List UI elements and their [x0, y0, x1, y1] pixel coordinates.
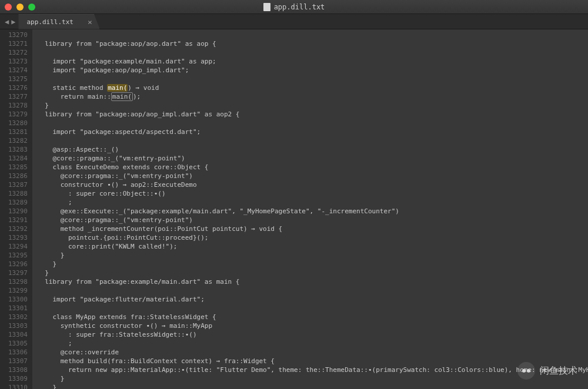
code-line[interactable]	[37, 304, 588, 313]
line-number: 13310	[0, 383, 28, 389]
line-number: 13309	[0, 374, 28, 383]
code-line[interactable]: }	[37, 383, 588, 389]
line-number: 13294	[0, 242, 28, 251]
line-number: 13281	[0, 128, 28, 136]
code-line[interactable]: }	[37, 269, 588, 277]
line-number: 13271	[0, 39, 28, 48]
code-line[interactable]: ;	[37, 339, 588, 348]
code-line[interactable]: @core::override	[37, 348, 588, 357]
code-line[interactable]: core::print("KWLM called!");	[37, 242, 588, 251]
search-match: main(	[111, 92, 133, 101]
code-line[interactable]: }	[37, 260, 588, 269]
code-line[interactable]: return main::main();	[37, 92, 588, 101]
tab-bar: ◀ ▶ app.dill.txt ×	[0, 14, 588, 29]
code-line[interactable]: : super core::Object::•()	[37, 189, 588, 198]
line-number: 13308	[0, 365, 28, 374]
code-line[interactable]: synthetic constructor •() → main::MyApp	[37, 321, 588, 330]
line-number: 13275	[0, 75, 28, 83]
code-line[interactable]: @asp::Aspect::_()	[37, 145, 588, 154]
line-number: 13289	[0, 198, 28, 207]
code-line[interactable]	[37, 31, 588, 39]
code-line[interactable]: @core::pragma::_("vm:entry-point")	[37, 154, 588, 163]
code-line[interactable]: library from "package:example/main.dart"…	[37, 277, 588, 286]
code-line[interactable]: import "package:example/main.dart" as ap…	[37, 57, 588, 66]
line-number: 13270	[0, 31, 28, 39]
code-line[interactable]: method build(fra::BuildContext context) …	[37, 357, 588, 365]
editor-viewport[interactable]: 1327013271132721327313274132751327613277…	[0, 29, 588, 389]
line-number: 13300	[0, 295, 28, 304]
code-line[interactable]	[37, 136, 588, 145]
line-number: 13298	[0, 277, 28, 286]
window-title-text: app.dill.txt	[274, 3, 325, 11]
line-number: 13306	[0, 348, 28, 357]
line-number: 13273	[0, 57, 28, 66]
line-number: 13299	[0, 286, 28, 295]
tab-active[interactable]: app.dill.txt ×	[18, 14, 99, 29]
code-line[interactable]: import "package:aspectd/aspectd.dart";	[37, 128, 588, 136]
window-titlebar: app.dill.txt	[0, 0, 588, 14]
line-number: 13304	[0, 330, 28, 339]
code-line[interactable]: @exe::Execute::_("package:example/main.d…	[37, 207, 588, 216]
close-window-button[interactable]	[5, 4, 12, 11]
line-number: 13301	[0, 304, 28, 313]
code-line[interactable]: class ExecuteDemo extends core::Object {	[37, 163, 588, 172]
code-line[interactable]: return new app::MaterialApp::•(title: "F…	[37, 365, 588, 374]
document-icon	[263, 3, 270, 11]
line-number: 13305	[0, 339, 28, 348]
line-number: 13288	[0, 189, 28, 198]
code-line[interactable]: }	[37, 101, 588, 110]
code-line[interactable]	[37, 286, 588, 295]
line-number: 13280	[0, 119, 28, 128]
line-number: 13293	[0, 233, 28, 242]
code-line[interactable]: @core::pragma::_("vm:entry-point")	[37, 172, 588, 180]
line-number: 13278	[0, 101, 28, 110]
line-number: 13296	[0, 260, 28, 269]
code-line[interactable]: @core::pragma::_("vm:entry-point")	[37, 216, 588, 224]
line-number: 13286	[0, 172, 28, 180]
code-line[interactable]: }	[37, 251, 588, 260]
code-line[interactable]	[37, 48, 588, 57]
code-line[interactable]: library from "package:aop/aop_impl.dart"…	[37, 110, 588, 119]
line-number: 13287	[0, 180, 28, 189]
line-number-gutter: 1327013271132721327313274132751327613277…	[0, 29, 32, 389]
line-number: 13291	[0, 216, 28, 224]
line-number: 13282	[0, 136, 28, 145]
nav-forward-button[interactable]: ▶	[11, 18, 15, 26]
code-line[interactable]: : super fra::StatelessWidget::•()	[37, 330, 588, 339]
tab-label: app.dill.txt	[26, 18, 73, 26]
line-number: 13302	[0, 313, 28, 321]
zoom-window-button[interactable]	[28, 4, 35, 11]
code-line[interactable]: class MyApp extends fra::StatelessWidget…	[37, 313, 588, 321]
nav-back-button[interactable]: ◀	[5, 18, 9, 26]
line-number: 13272	[0, 48, 28, 57]
code-line[interactable]: method _incrementCounter(poi::PointCut p…	[37, 224, 588, 233]
line-number: 13307	[0, 357, 28, 365]
minimize-window-button[interactable]	[16, 4, 24, 11]
line-number: 13279	[0, 110, 28, 119]
close-icon[interactable]: ×	[88, 18, 92, 26]
line-number: 13285	[0, 163, 28, 172]
line-number: 13297	[0, 269, 28, 277]
line-number: 13284	[0, 154, 28, 163]
line-number: 13274	[0, 66, 28, 75]
line-number: 13295	[0, 251, 28, 260]
code-area[interactable]: library from "package:aop/aop.dart" as a…	[32, 29, 588, 389]
nav-arrows: ◀ ▶	[0, 18, 20, 26]
code-line[interactable]: ;	[37, 198, 588, 207]
line-number: 13303	[0, 321, 28, 330]
code-line[interactable]	[37, 119, 588, 128]
code-line[interactable]: static method main() → void	[37, 83, 588, 92]
code-line[interactable]	[37, 75, 588, 83]
line-number: 13277	[0, 92, 28, 101]
code-line[interactable]: import "package:aop/aop_impl.dart";	[37, 66, 588, 75]
code-line[interactable]: pointcut.{poi::PointCut::proceed}();	[37, 233, 588, 242]
line-number: 13290	[0, 207, 28, 216]
line-number: 13276	[0, 83, 28, 92]
code-line[interactable]: import "package:flutter/material.dart";	[37, 295, 588, 304]
titlebar-title: app.dill.txt	[0, 3, 588, 11]
code-line[interactable]: constructor •() → aop2::ExecuteDemo	[37, 180, 588, 189]
code-line[interactable]: }	[37, 374, 588, 383]
search-highlight: main(	[107, 84, 128, 92]
code-line[interactable]: library from "package:aop/aop.dart" as a…	[37, 39, 588, 48]
line-number: 13292	[0, 224, 28, 233]
